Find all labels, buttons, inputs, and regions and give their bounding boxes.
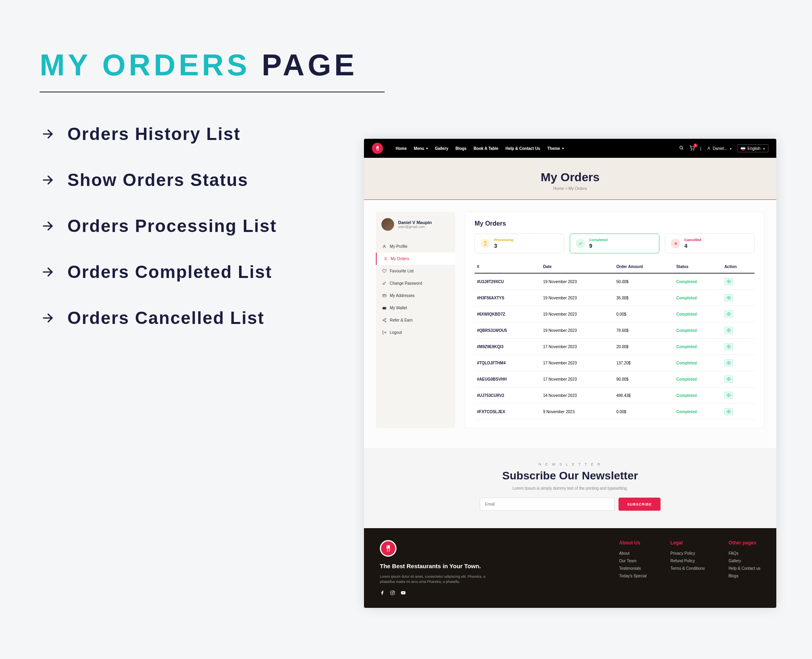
view-order-button[interactable]: [724, 359, 733, 366]
table-header: Date: [541, 261, 614, 273]
subscribe-button[interactable]: SUBSCRIBE: [619, 498, 661, 511]
view-order-button[interactable]: [724, 343, 733, 350]
footer-link[interactable]: Gallery: [728, 559, 760, 563]
nav-item[interactable]: Home: [396, 146, 407, 151]
share-icon: [382, 318, 387, 322]
table-row: #U3J8T29XCU19 November 202350.00$Complet…: [475, 273, 755, 290]
nav-item[interactable]: Blogs: [456, 146, 467, 151]
footer-link[interactable]: Blogs: [728, 574, 760, 578]
view-order-button[interactable]: [724, 327, 733, 334]
wallet-icon: [382, 306, 387, 310]
footer-link[interactable]: Terms & Conditions: [670, 566, 705, 571]
nav-item[interactable]: Menu: [414, 146, 428, 151]
footer-link[interactable]: FAQs: [728, 551, 760, 556]
sidebar-item-change-password[interactable]: Change Password: [376, 277, 455, 289]
footer-columns: About UsAboutOur TeamTestimonialsToday's…: [619, 540, 760, 596]
sidebar-item-my-addresses[interactable]: My Addresses: [376, 289, 455, 302]
svg-point-0: [680, 146, 682, 149]
nav-item[interactable]: Gallery: [435, 146, 448, 151]
footer: The Best Restaurants in Your Town. Lorem…: [364, 528, 776, 608]
svg-point-2: [691, 149, 691, 150]
status-card-cancelled[interactable]: Cancelled 4: [665, 234, 755, 253]
table-row: #H3F56AXTYS19 November 202335.00$Complet…: [475, 290, 755, 306]
order-id: #TQLOJFTHM4: [475, 355, 541, 371]
top-nav: HomeMenuGalleryBlogsBook A TableHelp & C…: [396, 146, 564, 151]
footer-col-title: Other pages: [728, 540, 760, 546]
order-id: #M9Z9E9KQI3: [475, 339, 541, 355]
arrow-icon: [40, 310, 56, 326]
order-date: 19 November 2023: [541, 322, 614, 339]
status-count: 4: [684, 243, 701, 249]
svg-line-17: [384, 319, 385, 320]
footer-link[interactable]: Our Team: [619, 559, 647, 563]
footer-link[interactable]: Help & Contact us: [728, 566, 760, 571]
order-amount: 50.00$: [614, 273, 674, 290]
view-order-button[interactable]: [724, 392, 733, 399]
search-icon[interactable]: [679, 146, 684, 151]
sidebar-item-label: My Profile: [390, 244, 407, 249]
profile-email: user@gmail.com: [398, 225, 432, 229]
order-id: #H3F56AXTYS: [475, 290, 541, 306]
nav-item[interactable]: Book A Table: [474, 146, 498, 151]
user-menu[interactable]: Daniel...: [707, 146, 732, 151]
svg-point-25: [728, 362, 729, 364]
svg-point-22: [728, 314, 729, 315]
svg-point-30: [392, 592, 393, 594]
sidebar-item-my-profile[interactable]: My Profile: [376, 240, 455, 253]
status-label: Processing: [494, 238, 513, 242]
arrow-icon: [40, 264, 56, 280]
logo-icon[interactable]: [372, 143, 383, 154]
sidebar-item-logout[interactable]: Logout: [376, 326, 455, 339]
youtube-icon[interactable]: [400, 590, 406, 596]
view-order-button[interactable]: [724, 310, 733, 318]
feature-label: Orders History List: [67, 124, 241, 144]
table-header-row: #DateOrder AmountStatusAction: [475, 261, 755, 273]
close-icon: [671, 239, 680, 248]
order-amount: 137.20$: [614, 355, 674, 371]
nav-item[interactable]: Help & Contact Us: [506, 146, 540, 151]
svg-point-28: [728, 411, 729, 412]
facebook-icon[interactable]: [380, 590, 385, 596]
svg-point-20: [728, 281, 729, 282]
sidebar-profile: Daniel V Maupin user@gmail.com: [376, 212, 455, 238]
newsletter-title: Subscribe Our Newsletter: [364, 469, 776, 482]
email-input[interactable]: [480, 498, 615, 511]
status-card-completed[interactable]: Completed 9: [570, 234, 659, 253]
footer-link[interactable]: Testimonials: [619, 566, 647, 571]
svg-point-21: [728, 297, 729, 299]
order-date: 19 November 2023: [541, 306, 614, 322]
language-selector[interactable]: English: [737, 144, 768, 152]
cart-icon[interactable]: 1: [689, 146, 695, 151]
view-order-button[interactable]: [724, 408, 733, 415]
view-order-button[interactable]: [724, 278, 733, 285]
order-date: 19 November 2023: [541, 273, 614, 290]
footer-logo-icon: [380, 540, 396, 557]
order-id: #6XWIQKBD7Z: [475, 306, 541, 322]
arrow-icon: [40, 218, 56, 234]
table-row: #AEUG0BSVHH17 November 202390.00$Complet…: [475, 371, 755, 387]
sidebar-item-my-orders[interactable]: My Orders: [376, 253, 455, 265]
footer-link[interactable]: About: [619, 551, 647, 556]
order-id: #U3J8T29XCU: [475, 273, 541, 290]
view-order-button[interactable]: [724, 375, 733, 383]
table-header: Status: [674, 261, 722, 273]
sidebar-item-favourite-list[interactable]: Favourite List: [376, 265, 455, 277]
table-row: #6XWIQKBD7Z19 November 20230.00$Complete…: [475, 306, 755, 322]
footer-link[interactable]: Privacy Policy: [670, 551, 705, 556]
footer-link[interactable]: Refund Policy: [670, 559, 705, 563]
svg-point-4: [708, 147, 709, 148]
newsletter-section: N E W S L E T T E R Subscribe Our Newsle…: [364, 448, 776, 528]
svg-rect-13: [383, 294, 386, 297]
nav-item[interactable]: Theme: [547, 146, 563, 151]
view-order-button[interactable]: [724, 294, 733, 301]
sidebar-item-refer-earn[interactable]: Refer & Earn: [376, 314, 455, 326]
breadcrumb-home[interactable]: Home: [553, 186, 564, 191]
account-sidebar: Daniel V Maupin user@gmail.com My Profil…: [376, 212, 455, 428]
avatar: [381, 218, 394, 231]
order-amount: 35.00$: [614, 290, 674, 306]
instagram-icon[interactable]: [390, 590, 395, 596]
language-label: English: [747, 146, 760, 151]
status-card-processing[interactable]: Processing 3: [475, 234, 564, 253]
sidebar-item-my-wallet[interactable]: My Wallet: [376, 302, 455, 314]
footer-link[interactable]: Today's Special: [619, 574, 647, 578]
